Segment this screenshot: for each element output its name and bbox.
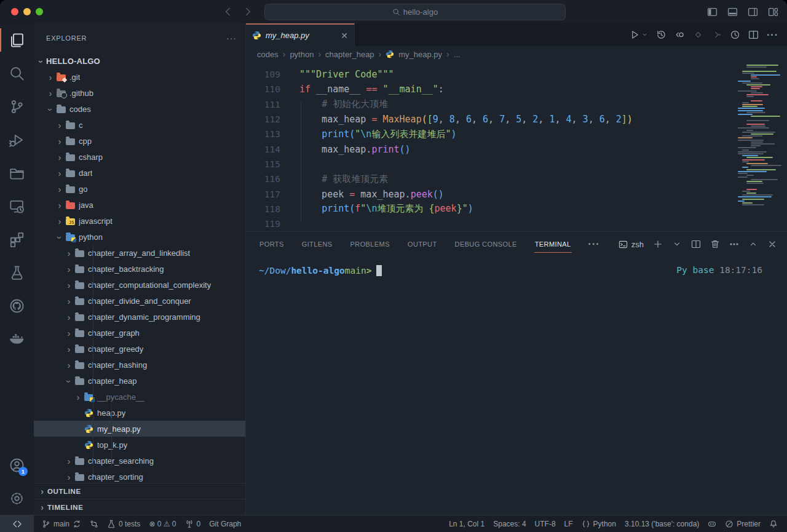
panel-more-actions[interactable] [729,239,739,249]
status-branch[interactable]: main [38,520,85,528]
tree-item-dart[interactable]: ›dart [34,165,245,181]
local-history-icon[interactable] [656,30,666,40]
tree-item-java[interactable]: ›java [34,197,245,213]
activity-extensions[interactable] [0,223,34,256]
split-terminal-button[interactable] [691,239,701,249]
customize-layout-icon[interactable] [768,7,778,17]
activity-github[interactable] [0,289,34,322]
next-change-icon[interactable] [711,30,722,40]
activity-source-control[interactable] [0,90,34,123]
panel-tab-gitlens[interactable]: GITLENS [301,238,333,250]
status-git-graph[interactable]: Git Graph [205,520,245,528]
kill-terminal-button[interactable] [710,239,720,249]
tree-item-chapter_sorting[interactable]: ›chapter_sorting [34,469,245,483]
activity-testing[interactable] [0,256,34,289]
activity-docker[interactable] [0,322,34,355]
tree-item-__pycache__[interactable]: ›__pycache__ [34,389,245,405]
toggle-panel-icon[interactable] [727,7,738,17]
activity-project-manager[interactable] [0,156,34,189]
panel-tab-problems[interactable]: PROBLEMS [350,238,390,250]
outline-section[interactable]: › OUTLINE [34,483,245,499]
status-cursor-position[interactable]: Ln 1, Col 1 [445,520,489,528]
panel-tab-ports[interactable]: PORTS [259,238,285,250]
open-changes-icon[interactable] [674,30,685,40]
breadcrumb-item[interactable]: chapter_heap [325,50,374,59]
gitlens-file-history-icon[interactable] [730,30,740,40]
tree-item-cpp[interactable]: ›cpp [34,133,245,149]
panel-more-tabs[interactable]: ··· [588,239,600,250]
breadcrumb-item[interactable]: my_heap.py [398,50,442,59]
run-dropdown-icon[interactable] [641,31,648,38]
close-tab-icon[interactable]: ✕ [341,31,348,41]
tree-item-chapter_divide_and_conquer[interactable]: ›chapter_divide_and_conquer [34,293,245,309]
tab-my-heap-py[interactable]: my_heap.py ✕ [246,23,355,46]
command-center-search[interactable]: hello-algo [264,4,566,20]
breadcrumb-item[interactable]: codes [257,50,279,59]
tree-item-chapter_dynamic_programming[interactable]: ›chapter_dynamic_programming [34,309,245,325]
tree-item-my_heap.py[interactable]: my_heap.py [34,421,245,437]
activity-remote-explorer[interactable] [0,189,34,223]
status-copilot[interactable] [703,520,721,528]
back-arrow-icon[interactable] [223,6,234,17]
minimize-window-button[interactable] [23,8,31,15]
remote-indicator[interactable] [0,515,34,532]
status-git-compare[interactable] [85,520,103,528]
status-notifications[interactable] [765,520,782,528]
toggle-sidebar-icon[interactable] [707,7,718,17]
tree-item-chapter_searching[interactable]: ›chapter_searching [34,453,245,469]
tree-item-codes[interactable]: ›codes [34,101,245,117]
tree-item-.git[interactable]: ›.git [34,69,245,85]
activity-accounts[interactable]: 1 [0,448,34,482]
tree-item-go[interactable]: ›go [34,181,245,197]
code-editor[interactable]: 109 """Driver Code""" 110 if __name__ ==… [246,62,787,231]
status-prettier[interactable]: Prettier [721,520,765,528]
forward-arrow-icon[interactable] [242,6,253,17]
status-problems[interactable]: ⊗ 0 ⚠ 0 [144,520,180,528]
activity-explorer[interactable] [0,23,34,57]
activity-run-debug[interactable] [0,123,34,156]
status-eol[interactable]: LF [560,520,577,528]
tree-item-c[interactable]: ›c [34,117,245,133]
previous-change-icon[interactable] [693,30,703,40]
panel-tab-terminal[interactable]: TERMINAL [534,238,572,250]
terminal-profile-dropdown[interactable] [672,239,682,249]
tree-item-chapter_backtracking[interactable]: ›chapter_backtracking [34,261,245,277]
tree-item-python[interactable]: ›python [34,229,245,245]
status-feedback[interactable]: 0 [181,520,205,528]
activity-search[interactable] [0,57,34,90]
panel-tab-output[interactable]: OUTPUT [407,238,438,250]
tree-item-chapter_array_and_linkedlist[interactable]: ›chapter_array_and_linkedlist [34,245,245,261]
tree-item-chapter_hashing[interactable]: ›chapter_hashing [34,357,245,373]
terminal[interactable]: ~/Dow/hello-algo main > Py base 18:17:16 [246,256,787,515]
status-encoding[interactable]: UTF-8 [531,520,560,528]
tree-item-chapter_graph[interactable]: ›chapter_graph [34,325,245,341]
toggle-secondary-sidebar-icon[interactable] [748,7,758,17]
tree-item-top_k.py[interactable]: top_k.py [34,437,245,453]
panel-tab-debug-console[interactable]: DEBUG CONSOLE [454,238,518,250]
minimap[interactable] [735,62,787,231]
tree-item-heap.py[interactable]: heap.py [34,405,245,421]
status-interpreter[interactable]: 3.10.13 ('base': conda) [620,520,703,528]
status-indentation[interactable]: Spaces: 4 [489,520,530,528]
maximize-panel-button[interactable] [748,239,758,249]
close-window-button[interactable] [11,8,18,15]
tree-item-.github[interactable]: ›.github [34,85,245,101]
run-python-file-button[interactable] [630,30,648,40]
tree-item-HELLO-ALGO[interactable]: ›HELLO-ALGO [34,53,245,69]
tree-item-csharp[interactable]: ›csharp [34,149,245,165]
timeline-section[interactable]: › TIMELINE [34,499,245,515]
tree-item-chapter_greedy[interactable]: ›chapter_greedy [34,341,245,357]
tree-item-javascript[interactable]: ›javascript [34,213,245,229]
breadcrumb-item[interactable]: ... [454,50,461,59]
status-language[interactable]: Python [577,520,620,528]
editor-more-actions[interactable]: ··· [767,30,778,41]
tree-item-chapter_heap[interactable]: ›chapter_heap [34,373,245,389]
activity-settings[interactable] [0,482,34,515]
status-tests[interactable]: 0 tests [103,520,144,528]
close-panel-button[interactable] [767,239,777,249]
breadcrumb-item[interactable]: python [290,50,314,59]
shell-selector[interactable]: zsh [619,240,644,249]
split-editor-icon[interactable] [748,30,759,40]
zoom-window-button[interactable] [36,8,43,15]
explorer-more-actions[interactable]: ··· [226,33,237,43]
